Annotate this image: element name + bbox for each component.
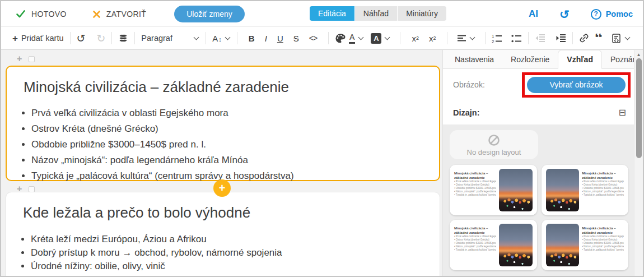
no-design-label: No design layout <box>467 148 521 156</box>
card-controls-top: + <box>17 55 35 63</box>
list-item[interactable]: Názov „minojská“: podľa legendárneho krá… <box>31 153 439 168</box>
text-color-icon: A <box>349 33 355 44</box>
list-item[interactable]: Výhodná poloha pre diaľkový obchod <box>31 273 440 276</box>
thumb-text: Minojská civilizácia – základné zaradeni… <box>582 169 624 211</box>
subscript-button[interactable]: x2 <box>429 34 436 43</box>
design-thumbnail[interactable]: Minojská civilizácia – základné zaradeni… <box>542 220 629 270</box>
select-card-checkbox[interactable] <box>29 56 35 62</box>
chevron-down-icon <box>225 35 230 40</box>
close-button[interactable]: ZATVORIŤ <box>92 10 146 19</box>
tab-nahlad[interactable]: Náhľad <box>355 6 398 21</box>
view-mode-tabs: Editácia Náhľad Miniatúry <box>310 6 446 21</box>
panel-scrollbar[interactable]: ▲ <box>634 50 643 276</box>
bullet-list: Prvá veľká civilizácia v oblasti Egejské… <box>7 105 439 184</box>
ordered-list-button[interactable]: 12 <box>492 34 502 43</box>
close-label: ZATVORIŤ <box>106 10 146 19</box>
chevron-down-icon <box>358 35 364 40</box>
design-thumbnail[interactable]: Minojská civilizácia – základné zaradeni… <box>450 220 537 270</box>
scrollbar-thumb[interactable] <box>636 58 642 158</box>
layers-button[interactable] <box>118 33 128 43</box>
image-setting-row: Obrázok: Vybrať obrázok <box>443 69 643 100</box>
collapse-section-icon[interactable]: ⊟ <box>619 108 626 117</box>
tab-miniatury[interactable]: Miniatúry <box>398 6 446 21</box>
thumb-title: Minojská civilizácia – <box>454 227 496 231</box>
indent-icon <box>556 34 566 43</box>
font-size-dropdown[interactable]: A↕ <box>212 34 231 43</box>
chevron-down-icon <box>470 35 475 40</box>
design-thumbnail[interactable]: Minojská civilizácia – základné zaradeni… <box>542 165 629 215</box>
outdent-icon <box>535 34 545 43</box>
link-button[interactable] <box>579 33 589 43</box>
tab-editacia[interactable]: Editácia <box>310 6 355 21</box>
font-size-icon: A↕ <box>212 34 222 43</box>
top-bar: HOTOVO ZATVORIŤ Uložiť zmeny Editácia Ná… <box>1 1 643 27</box>
no-design-layout-option[interactable]: No design layout <box>450 130 538 159</box>
topbar-right-group: AI ↺ ? Pomoc <box>529 1 633 27</box>
help-button[interactable]: ? Pomoc <box>591 9 633 20</box>
bg-color-icon: A <box>371 33 381 44</box>
toolbar-divider <box>485 32 486 44</box>
design-thumbnail[interactable]: Minojská civilizácia – základné zaradeni… <box>450 165 537 215</box>
bullet-list-button[interactable] <box>511 34 522 43</box>
svg-text:2: 2 <box>492 39 494 43</box>
undo-redo-group: ↺ ↻ <box>77 33 106 44</box>
select-image-button[interactable]: Vybrať obrázok <box>527 77 626 93</box>
help-label: Pomoc <box>606 10 633 19</box>
snippet-icon <box>611 33 622 44</box>
list-item[interactable]: Ostrov Kréta (dnešné Grécko) <box>31 121 439 137</box>
design-setting-row: Dizajn: ⊟ <box>443 100 643 124</box>
superscript-button[interactable]: x2 <box>412 34 419 43</box>
bold-button[interactable]: B <box>249 34 255 43</box>
thumb-title: Minojská civilizácia – <box>582 172 624 176</box>
close-icon <box>92 10 101 19</box>
snippet-dropdown[interactable] <box>611 33 631 44</box>
card-title[interactable]: Kde ležala a prečo to bolo výhodné <box>23 204 440 221</box>
toolbar-divider <box>572 32 573 44</box>
indent-button[interactable] <box>556 34 566 43</box>
card-kde-lezala[interactable]: Kde ležala a prečo to bolo výhodné Kréta… <box>6 192 440 276</box>
design-label: Dizajn: <box>453 108 480 117</box>
list-item[interactable]: Úrodné nížiny: obilie, olivy, vinič <box>31 260 440 273</box>
paragraph-style-dropdown[interactable]: Paragraf <box>141 34 199 43</box>
history-button[interactable]: ↺ <box>559 8 570 20</box>
redo-icon[interactable]: ↻ <box>96 33 105 44</box>
quote-button[interactable]: “ <box>594 34 603 43</box>
add-card-button[interactable]: + Pridať kartu <box>12 34 64 43</box>
done-button[interactable]: HOTOVO <box>16 10 67 19</box>
selection-highlight-rectangle: Vybrať obrázok <box>522 72 631 98</box>
tab-rozlozenie[interactable]: Rozloženie <box>502 50 558 68</box>
list-item[interactable]: Dobrý prístup k moru → obchod, rybolov, … <box>31 246 440 260</box>
italic-button[interactable]: I <box>265 34 267 43</box>
select-card-checkbox[interactable] <box>29 186 35 192</box>
align-dropdown[interactable] <box>457 34 475 43</box>
list-item[interactable]: Prvá veľká civilizácia v oblasti Egejské… <box>31 105 439 121</box>
inline-code-button[interactable]: <> <box>309 34 317 43</box>
text-color-dropdown[interactable]: A <box>349 33 364 44</box>
add-card-between-button[interactable]: + <box>213 179 231 197</box>
list-item[interactable]: Obdobie približne $3000–1450$ pred n. l. <box>31 137 439 153</box>
list-item[interactable]: Kréta leží medzi Európou, Áziou a Afriko… <box>31 233 440 246</box>
card-title[interactable]: Minojská civilizácia – základné zaradeni… <box>24 79 439 96</box>
card-minojska-civilizacia[interactable]: Minojská civilizácia – základné zaradeni… <box>6 66 440 181</box>
ai-button[interactable]: AI <box>529 8 538 20</box>
help-icon: ? <box>591 9 601 20</box>
palette-button[interactable] <box>335 33 346 44</box>
ordered-list-icon: 12 <box>492 34 502 43</box>
link-icon <box>579 33 589 43</box>
tab-vzhlad[interactable]: Vzhľad <box>558 50 602 69</box>
list-item[interactable]: Typická je „palácová kultúra“ (centrum s… <box>31 168 439 184</box>
save-changes-button[interactable]: Uložiť zmeny <box>174 6 245 22</box>
design-thumbnails: Minojská civilizácia – základné zaradeni… <box>450 165 628 270</box>
underline-button[interactable]: U <box>277 34 283 43</box>
strikethrough-button[interactable]: S <box>293 34 299 43</box>
tab-nastavenia[interactable]: Nastavenia <box>446 50 502 68</box>
app-window: HOTOVO ZATVORIŤ Uložiť zmeny Editácia Ná… <box>0 0 644 277</box>
scroll-up-icon[interactable]: ▲ <box>634 52 643 57</box>
undo-icon[interactable]: ↺ <box>77 33 86 44</box>
design-layout-area: No design layout Minojská civilizácia – … <box>443 124 634 276</box>
bg-color-dropdown[interactable]: A <box>371 33 390 44</box>
panel-tabs: Nastavenia Rozloženie Vzhľad Poznámky <box>443 50 643 69</box>
outdent-button[interactable] <box>535 34 545 43</box>
toolbar-divider <box>328 32 329 44</box>
add-card-above-button[interactable]: + <box>17 54 22 63</box>
